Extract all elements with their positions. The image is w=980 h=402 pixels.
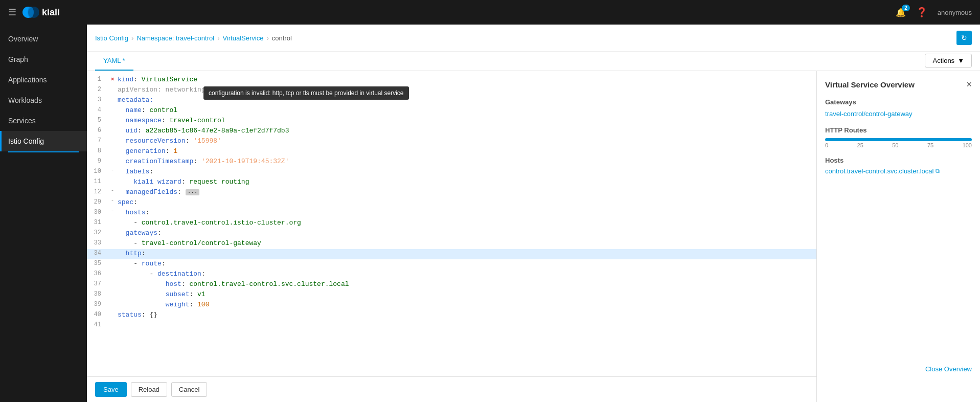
kiali-brand-text: kiali — [42, 7, 60, 18]
line-number: 5 — [87, 116, 107, 124]
code-line-4: 4 name: control — [87, 106, 816, 116]
code-line-11: 11 kiali wizard: request routing — [87, 177, 816, 188]
code-line-34: 34 http: — [87, 249, 816, 259]
line-content: http: — [118, 249, 816, 258]
code-line-39: 39 weight: 100 — [87, 300, 816, 310]
error-icon: ✕ — [110, 75, 114, 83]
line-content: generation: 1 — [118, 147, 816, 155]
host-link[interactable]: control.travel-control.svc.cluster.local — [825, 167, 933, 175]
line-content: labels: — [118, 167, 816, 176]
progress-label-0: 0 — [825, 142, 828, 148]
user-label[interactable]: anonymous — [938, 9, 972, 16]
hamburger-icon[interactable]: ☰ — [8, 7, 16, 18]
line-gutter: - — [107, 208, 118, 214]
code-line-10: 10 - labels: — [87, 167, 816, 177]
save-button[interactable]: Save — [95, 382, 127, 397]
refresh-button[interactable]: ↻ — [956, 31, 972, 45]
line-gutter: - — [107, 188, 118, 193]
code-line-8: 8 generation: 1 — [87, 147, 816, 157]
line-number: 10 — [87, 167, 107, 175]
code-line-5: 5 namespace: travel-control — [87, 116, 816, 126]
line-content: name: control — [118, 106, 816, 115]
code-line-1: 1 ✕ kind: VirtualService — [87, 75, 816, 85]
close-panel-button[interactable]: × — [966, 79, 972, 90]
right-panel-title: Virtual Service Overview — [825, 80, 915, 89]
editor-area: configuration is invalid: http, tcp or t… — [87, 71, 816, 402]
line-number: 2 — [87, 85, 107, 93]
code-line-2: 2 apiVersion: networking.istio.io/v1alph… — [87, 85, 816, 96]
breadcrumb-istio-config[interactable]: Istio Config — [95, 34, 128, 42]
line-content: - control.travel-control.istio-cluster.o… — [118, 218, 816, 227]
line-content: creationTimestamp: '2021-10-19T19:45:32Z… — [118, 157, 816, 166]
line-content: status: {} — [118, 310, 816, 319]
breadcrumb-namespace[interactable]: Namespace: travel-control — [136, 34, 214, 42]
gateway-link[interactable]: travel-control/control-gateway — [825, 110, 913, 118]
cancel-button[interactable]: Cancel — [171, 382, 207, 397]
external-link-icon: ⧉ — [936, 168, 940, 174]
line-content: kiali wizard: request routing — [118, 177, 816, 186]
main-content: Istio Config › Namespace: travel-control… — [87, 25, 980, 402]
sidebar-item-overview[interactable]: Overview — [0, 29, 87, 49]
error-tooltip: configuration is invalid: http, tcp or t… — [203, 86, 409, 100]
bottom-bar: Save Reload Cancel — [87, 376, 816, 402]
line-content: - travel-control/control-gateway — [118, 239, 816, 248]
line-number: 36 — [87, 270, 107, 277]
kiali-logo: kiali — [22, 7, 60, 18]
close-overview-container: Close Overview — [925, 364, 972, 373]
sidebar-item-label: Graph — [8, 55, 28, 63]
code-line-37: 37 host: control.travel-control.svc.clus… — [87, 280, 816, 290]
line-number: 6 — [87, 126, 107, 134]
right-panel-header: Virtual Service Overview × — [825, 79, 972, 90]
right-panel: Virtual Service Overview × Gateways trav… — [816, 71, 980, 402]
line-number: 34 — [87, 249, 107, 257]
line-content: gateways: — [118, 229, 816, 237]
line-number: 37 — [87, 280, 107, 287]
code-line-3: 3 metadata: — [87, 96, 816, 106]
line-number: 30 — [87, 208, 107, 216]
gateways-title: Gateways — [825, 98, 972, 106]
line-content: kind: VirtualService — [118, 75, 816, 84]
sidebar-item-services[interactable]: Services — [0, 110, 87, 131]
line-number: 7 — [87, 137, 107, 144]
line-number: 41 — [87, 321, 107, 328]
sidebar-item-graph[interactable]: Graph — [0, 49, 87, 70]
breadcrumb-sep-3: › — [266, 34, 268, 42]
help-icon[interactable]: ❓ — [916, 7, 927, 18]
http-routes-progress-bar — [825, 138, 972, 141]
line-content: namespace: travel-control — [118, 116, 816, 125]
line-content: spec: — [118, 198, 816, 207]
sidebar-item-applications[interactable]: Applications — [0, 70, 87, 90]
line-gutter: ✕ — [107, 75, 118, 83]
line-content — [118, 321, 816, 322]
line-number: 4 — [87, 106, 107, 114]
sidebar-item-label: Applications — [8, 76, 47, 84]
tab-yaml[interactable]: YAML * — [95, 52, 133, 71]
sidebar-item-istio-config[interactable]: Istio Config — [0, 131, 87, 151]
actions-button[interactable]: Actions ▼ — [925, 54, 972, 68]
line-content: - destination: — [118, 270, 816, 278]
reload-button[interactable]: Reload — [131, 382, 167, 397]
hosts-section: Hosts control.travel-control.svc.cluster… — [825, 157, 972, 175]
main-layout: Overview Graph Applications Workloads Se… — [0, 25, 980, 402]
line-number: 1 — [87, 75, 107, 83]
code-line-12: 12 - managedFields: ··· — [87, 188, 816, 198]
code-line-6: 6 uid: a22acb85-1c86-47e2-8a9a-c1ef2d7f7… — [87, 126, 816, 137]
breadcrumb: Istio Config › Namespace: travel-control… — [87, 25, 980, 52]
editor-scroll[interactable]: configuration is invalid: http, tcp or t… — [87, 71, 816, 376]
close-overview-button[interactable]: Close Overview — [925, 365, 972, 373]
notifications-badge: 2 — [902, 5, 910, 11]
code-line-41: 41 — [87, 321, 816, 331]
kiali-logo-icon — [22, 7, 39, 18]
progress-label-50: 50 — [892, 142, 898, 148]
breadcrumb-sep-1: › — [131, 34, 133, 42]
line-number: 35 — [87, 259, 107, 267]
line-number: 9 — [87, 157, 107, 165]
code-line-35: 35 - route: — [87, 259, 816, 270]
progress-labels: 0 25 50 75 100 — [825, 142, 972, 148]
notifications-bell[interactable]: 🔔 2 — [896, 8, 906, 17]
hosts-title: Hosts — [825, 157, 972, 164]
sidebar-item-workloads[interactable]: Workloads — [0, 90, 87, 110]
code-line-32: 32 gateways: — [87, 229, 816, 239]
code-line-30: 30 - hosts: — [87, 208, 816, 218]
breadcrumb-virtualservice[interactable]: VirtualService — [222, 34, 263, 42]
